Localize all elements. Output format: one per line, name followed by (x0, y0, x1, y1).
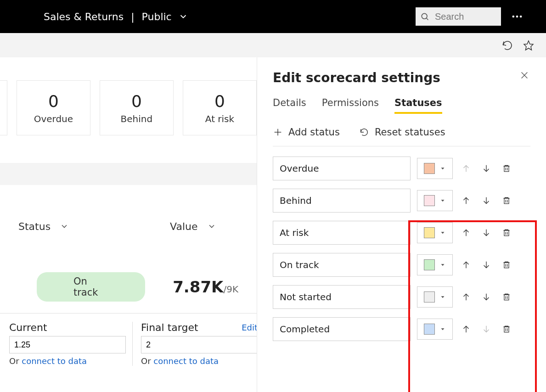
delete-button[interactable] (500, 162, 513, 175)
move-down-button[interactable] (479, 258, 493, 272)
move-down-button[interactable] (479, 226, 493, 240)
chevron-down-icon[interactable] (178, 11, 188, 22)
svg-point-0 (422, 13, 427, 19)
move-up-button[interactable] (459, 226, 473, 240)
current-input[interactable] (9, 336, 126, 353)
move-up-button[interactable] (459, 322, 473, 336)
panel-actions: Add status Reset statuses (273, 127, 530, 138)
report-name[interactable]: Sales & Returns (44, 11, 124, 22)
tab-statuses[interactable]: Statuses (394, 97, 442, 114)
kpi-card-atrisk[interactable]: 0 At risk (183, 80, 257, 135)
panel-title: Edit scorecard settings (273, 70, 440, 85)
app-header: Sales & Returns | Public (0, 0, 546, 33)
move-up-button[interactable] (459, 258, 473, 272)
final-target-label: Final target (141, 322, 198, 333)
status-row: Overdue (273, 157, 530, 180)
status-pill[interactable]: On track (37, 272, 145, 302)
add-status-label: Add status (288, 127, 340, 138)
status-name-input[interactable]: Not started (273, 285, 411, 309)
visibility-label[interactable]: Public (142, 11, 172, 22)
connect-to-data-link[interactable]: connect to data (22, 356, 87, 366)
svg-rect-19 (504, 198, 509, 204)
color-swatch (424, 163, 435, 174)
kpi-label: Behind (121, 113, 153, 124)
svg-point-2 (512, 16, 515, 18)
add-status-button[interactable]: Add status (273, 127, 340, 138)
col-status-label: Status (18, 221, 51, 232)
status-name-input[interactable]: Behind (273, 189, 411, 213)
tab-details[interactable]: Details (273, 97, 306, 114)
caret-down-icon (439, 230, 446, 236)
col-value[interactable]: Value (170, 221, 216, 232)
color-picker[interactable] (417, 190, 453, 211)
plus-icon (273, 127, 283, 137)
close-icon[interactable] (519, 70, 530, 81)
color-swatch (424, 291, 435, 302)
svg-rect-43 (504, 327, 509, 332)
status-row: Behind (273, 189, 530, 213)
chevron-down-icon[interactable] (60, 222, 69, 231)
move-up-button[interactable] (459, 290, 473, 304)
kpi-card-behind[interactable]: 0 Behind (100, 80, 174, 135)
edit-link[interactable]: Edit (242, 323, 257, 332)
caret-down-icon (439, 326, 446, 332)
color-picker[interactable] (417, 222, 453, 243)
status-row: Not started (273, 285, 530, 309)
move-down-button[interactable] (479, 290, 493, 304)
tab-permissions[interactable]: Permissions (322, 97, 379, 114)
search-box[interactable] (416, 7, 501, 26)
kpi-value: 0 (131, 92, 142, 111)
status-row: At risk (273, 221, 530, 245)
status-name-input[interactable]: Completed (273, 317, 411, 341)
color-picker[interactable] (417, 319, 453, 340)
delete-button[interactable] (500, 322, 513, 336)
reset-statuses-label: Reset statuses (375, 127, 445, 138)
col-status[interactable]: Status (18, 221, 69, 232)
caret-down-icon (439, 197, 446, 204)
connect-to-data-link[interactable]: connect to data (153, 356, 219, 366)
settings-panel: Edit scorecard settings Details Permissi… (257, 57, 546, 392)
status-list: OverdueBehindAt riskOn trackNot startedC… (273, 157, 530, 341)
kpi-label: At risk (205, 113, 234, 124)
delete-button[interactable] (500, 194, 513, 207)
current-column: Current Or connect to data (9, 322, 133, 366)
color-picker[interactable] (417, 286, 453, 308)
goal-row[interactable]: On track 7.87K/9K (0, 268, 257, 314)
svg-marker-40 (441, 328, 445, 330)
search-icon (416, 12, 434, 21)
svg-marker-10 (441, 168, 445, 169)
move-down-button[interactable] (479, 162, 493, 175)
status-name-input[interactable]: On track (273, 253, 411, 277)
delete-button[interactable] (500, 258, 513, 272)
kpi-card-overdue[interactable]: 0 Overdue (17, 80, 90, 135)
color-swatch (424, 259, 435, 270)
final-target-input[interactable] (141, 336, 257, 353)
final-target-column: Final target Edit Or connect to data (141, 322, 257, 366)
svg-rect-25 (504, 230, 509, 236)
star-icon[interactable] (521, 38, 536, 53)
color-picker[interactable] (417, 158, 453, 179)
current-hint: Or connect to data (9, 356, 126, 366)
svg-marker-22 (441, 232, 445, 234)
kpi-value: 0 (214, 92, 225, 111)
color-picker[interactable] (417, 254, 453, 275)
more-menu-button[interactable] (501, 10, 533, 23)
delete-button[interactable] (500, 226, 513, 240)
panel-tabs: Details Permissions Statuses (273, 97, 530, 114)
chevron-down-icon[interactable] (207, 222, 216, 231)
status-name-input[interactable]: Overdue (273, 157, 411, 180)
svg-point-3 (516, 16, 518, 18)
svg-rect-31 (504, 263, 509, 268)
move-up-button[interactable] (459, 194, 473, 207)
grid-header-bar (0, 163, 257, 185)
caret-down-icon (439, 262, 446, 268)
kpi-value: 0 (48, 92, 59, 111)
delete-button[interactable] (500, 290, 513, 304)
reset-statuses-button[interactable]: Reset statuses (359, 127, 445, 138)
refresh-icon[interactable] (500, 38, 515, 53)
status-name-input[interactable]: At risk (273, 221, 411, 245)
kpi-label: Overdue (34, 113, 73, 124)
move-down-button[interactable] (479, 194, 493, 207)
search-input[interactable] (434, 11, 489, 22)
toolbar (0, 33, 546, 57)
